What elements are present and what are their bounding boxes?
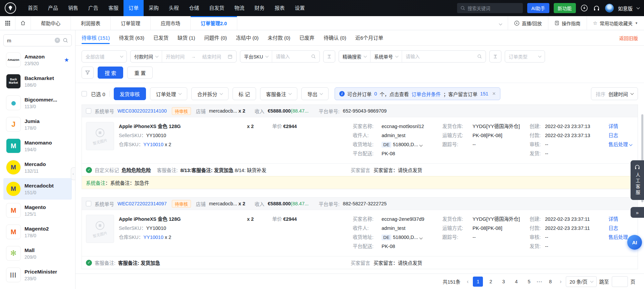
platform-item-bigcommerce[interactable]: ● Bigcommer...113/0 <box>3 92 72 114</box>
tabs-collapse-chevron-icon[interactable] <box>493 20 508 26</box>
back-to-old-version-link[interactable]: 返回旧版 <box>619 35 638 41</box>
nav-item-warehouse[interactable]: 仓储 <box>184 0 204 16</box>
message-orders-count-link[interactable]: 151 <box>480 91 488 96</box>
favorite-star-icon[interactable]: ★ <box>64 56 69 64</box>
alert-close-icon[interactable]: × <box>492 90 496 97</box>
live-replay-button[interactable]: 直播/回放 <box>508 16 548 30</box>
nav-item-sales[interactable]: 销售 <box>63 0 83 16</box>
detail-link[interactable]: 详情 <box>608 122 618 131</box>
nav-item-finance[interactable]: 财务 <box>249 0 269 16</box>
nav-item-home[interactable]: 首页 <box>23 0 43 16</box>
home-icon[interactable] <box>15 16 31 30</box>
page-size-select[interactable]: 20 条/页 <box>566 276 596 287</box>
tab-order-management[interactable]: 订单管理 <box>111 16 151 30</box>
collapse-service-button[interactable]: » <box>631 207 644 218</box>
platform-item-mall[interactable]: ✻ Mall209/0 <box>3 243 72 264</box>
edition-label[interactable]: 如意版 <box>618 5 633 12</box>
status-tab-frozen[interactable]: 冻结中 (0) <box>236 30 259 46</box>
nav-item-orders[interactable]: 订单 <box>123 0 144 16</box>
batch-text-search-button[interactable] <box>323 50 335 63</box>
edition-chevron-down-icon[interactable] <box>637 6 640 9</box>
merge-split-button[interactable]: 合并拆分 <box>191 87 229 100</box>
favorites-button[interactable]: ☆ 常用功能收藏夹 ▼ <box>587 16 644 30</box>
prev-page-button[interactable]: ‹ <box>465 279 470 285</box>
platform-item-manomano[interactable]: M Manomano194/0 <box>3 135 72 157</box>
platform-item-backmarket[interactable]: Back Market Backmarket186/0 <box>3 71 72 92</box>
select-all-checkbox[interactable] <box>82 91 87 96</box>
search-icon[interactable] <box>63 38 68 43</box>
status-tab-to-confirm[interactable]: 待确认 (0) <box>324 30 346 46</box>
order-process-button[interactable]: 订单处理 <box>150 87 187 100</box>
nav-item-reports[interactable]: 报表 <box>269 0 290 16</box>
global-search-input[interactable]: 搜索关键词 <box>457 3 523 13</box>
ai-float-button[interactable]: AI <box>627 235 642 250</box>
address-expand-icon[interactable] <box>419 236 423 240</box>
user-avatar[interactable] <box>605 4 614 12</box>
sort-select[interactable]: 排序 创建时间 <box>591 87 638 100</box>
platform-item-magento2[interactable]: M Magento2178/0 <box>3 221 72 243</box>
platform-item-magento[interactable]: M Magento125/1 <box>3 200 72 221</box>
page-ellipsis[interactable]: ••• <box>537 280 543 284</box>
merge-condition-link[interactable]: 订单合并条件 <box>411 90 441 97</box>
nav-item-ads[interactable]: 广告 <box>83 0 103 16</box>
page-button-5[interactable]: 5 <box>524 277 534 287</box>
platform-search-input[interactable] <box>7 38 52 43</box>
platform-item-priceminister[interactable]: ||| PriceMinister239/0 <box>3 264 72 286</box>
order-checkbox[interactable] <box>86 201 91 206</box>
export-button[interactable]: 导出 <box>301 87 329 100</box>
search-button[interactable]: 搜 索 <box>98 67 123 79</box>
order-number-link[interactable]: WEC02722022314097 <box>117 201 167 206</box>
tab-help-center[interactable]: 帮助中心 <box>31 16 71 30</box>
platform-sku-input[interactable] <box>276 54 306 59</box>
status-tab-discarded[interactable]: 已废弃 <box>299 30 314 46</box>
platform-item-amazon[interactable]: Amazon Amazon23/920 ★ <box>3 49 72 71</box>
page-button-1[interactable]: 1 <box>473 277 483 287</box>
human-service-button[interactable]: 人工客服 <box>631 160 644 200</box>
order-checkbox[interactable] <box>86 108 91 114</box>
page-button-2[interactable]: 2 <box>486 277 496 287</box>
status-tab-out-of-stock[interactable]: 缺货 (1) <box>178 30 195 46</box>
apps-grid-icon[interactable] <box>0 16 15 30</box>
page-button-last[interactable]: 8 <box>545 277 555 287</box>
detail-link[interactable]: 详情 <box>608 215 618 224</box>
order-type-select[interactable]: 订单类型 <box>505 50 545 63</box>
tab-app-market[interactable]: 应用市场 <box>151 16 191 30</box>
ai-assistant-button[interactable]: AI助手 <box>527 3 549 13</box>
sidebar-collapse-handle[interactable]: ‹ <box>71 167 75 180</box>
clear-search-icon[interactable]: × <box>55 38 60 43</box>
page-button-3[interactable]: 3 <box>498 277 508 287</box>
jump-page-input[interactable] <box>612 276 628 287</box>
platform-item-mercado[interactable]: M Mercado132/11 <box>3 157 72 178</box>
advanced-filter-button[interactable] <box>82 67 94 79</box>
exact-search-select[interactable]: 精确搜索 <box>339 51 370 62</box>
status-tab-problem[interactable]: 问题件 (0) <box>204 30 227 46</box>
status-tab-shipped[interactable]: 已发货 <box>153 30 168 46</box>
system-no-select[interactable]: 系统单号 <box>370 51 402 62</box>
log-link[interactable]: 日志 <box>608 131 618 140</box>
nav-item-purchase[interactable]: 采购 <box>144 0 164 16</box>
system-no-input[interactable] <box>406 54 469 59</box>
mark-button[interactable]: 标 记 <box>233 87 256 100</box>
address-expand-icon[interactable] <box>419 143 423 147</box>
status-tab-unpaid[interactable]: 未付款 (0) <box>268 30 291 46</box>
ship-audit-button[interactable]: 发货审核 <box>114 87 146 100</box>
shop-filter-select[interactable]: 全部店铺 <box>82 50 127 63</box>
nav-item-firstleg[interactable]: 头程 <box>164 0 184 16</box>
download-icon[interactable] <box>580 4 588 12</box>
aftersale-link[interactable]: 售后处理 <box>608 140 632 149</box>
headset-icon[interactable] <box>593 4 601 12</box>
platform-item-mercadocbt[interactable]: M Mercadocbt151/0 <box>3 178 72 200</box>
order-number-link[interactable]: WEC03022022314100 <box>117 108 167 114</box>
pay-time-select[interactable]: 付款时间 <box>131 51 162 62</box>
warehouse-sku-link[interactable]: YY10010 <box>143 235 163 240</box>
new-feature-button[interactable]: 新功能 <box>554 3 576 13</box>
app-logo[interactable] <box>5 2 16 14</box>
reset-button[interactable]: 重 置 <box>127 67 153 79</box>
operation-guide-button[interactable]: 操作指南 <box>548 16 587 30</box>
nav-item-settings[interactable]: 设置 <box>290 0 310 16</box>
nav-item-products[interactable]: 产品 <box>43 0 63 16</box>
platform-item-jumia[interactable]: J Jumia178/0 <box>3 114 72 135</box>
date-range-picker[interactable]: 开始时间 → 结束时间 <box>162 51 236 62</box>
log-link[interactable]: 日志 <box>608 224 618 233</box>
batch-text-search-button-2[interactable] <box>489 50 501 63</box>
